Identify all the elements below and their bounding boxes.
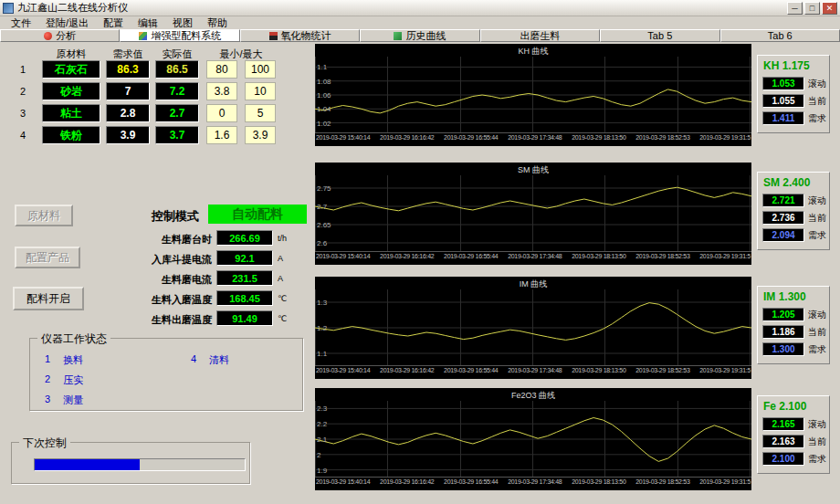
param-label: 入库斗提电流: [96, 253, 212, 267]
chart-plot-area: 1.31.21.1: [315, 289, 751, 366]
rolling-value: 1.205: [762, 308, 804, 321]
menu-config[interactable]: 配置: [96, 16, 131, 30]
param-label: 生料出磨温度: [96, 313, 212, 327]
x-axis-label: 2019-03-29 16:55:44: [444, 367, 498, 377]
x-axis-label: 2019-03-29 16:16:42: [380, 253, 434, 263]
chart-block-kh: KH 曲线 1.11.081.061.041.02 2019-03-29 15:…: [315, 44, 751, 146]
menu-file[interactable]: 文件: [4, 16, 38, 30]
material-demand-value[interactable]: 3.9: [106, 126, 150, 144]
material-max[interactable]: 5: [245, 104, 276, 122]
panel-row: 2.736 当前: [762, 211, 829, 225]
tab-oxide-stats[interactable]: 氧化物统计: [240, 29, 360, 42]
param-label: 生料磨电流: [96, 273, 212, 287]
tab-6[interactable]: Tab 6: [720, 29, 840, 42]
material-name: 铁粉: [42, 126, 100, 144]
menu-view[interactable]: 视图: [165, 16, 200, 30]
param-row-elevator-current: 入库斗提电流 92.1 A: [0, 250, 315, 267]
material-min[interactable]: 0: [206, 104, 237, 122]
x-axis-label: 2019-03-29 19:31:5: [699, 367, 751, 377]
x-axis: 2019-03-29 15:40:142019-03-29 16:16:4220…: [315, 252, 751, 263]
material-demand-value[interactable]: 86.3: [106, 60, 150, 79]
minimize-button[interactable]: ─: [787, 2, 803, 15]
tab-5[interactable]: Tab 5: [600, 29, 719, 42]
material-row-clay: 3 粘土 2.8 2.7 0 5: [0, 104, 310, 122]
tab-analysis[interactable]: 分析: [0, 29, 120, 42]
material-max[interactable]: 3.9: [245, 126, 276, 144]
oxide-stats-icon: [269, 32, 278, 40]
param-row-inlet-temp: 生料入磨温度 168.45 ℃: [0, 290, 315, 307]
material-min[interactable]: 3.8: [206, 82, 237, 100]
tab-label: Tab 5: [647, 30, 672, 41]
rolling-value: 2.721: [762, 194, 804, 207]
kh-value-panel: KH 1.175 1.053 滚动 1.055 当前 1.411 需求: [757, 55, 830, 133]
param-row-mill-current: 生料磨电流 231.5 A: [0, 270, 315, 287]
x-axis-label: 2019-03-29 16:55:44: [444, 253, 498, 263]
status-label: 清料: [209, 353, 229, 367]
panel-title: SM 2.400: [763, 176, 829, 189]
current-value: 1.055: [762, 94, 804, 108]
demand-label: 需求: [808, 112, 826, 125]
material-max[interactable]: 100: [245, 60, 276, 79]
status-label: 压实: [63, 373, 83, 387]
tab-history-curve[interactable]: 历史曲线: [360, 29, 479, 42]
material-max[interactable]: 10: [245, 82, 276, 100]
demand-value: 1.300: [762, 342, 804, 356]
current-value: 2.163: [762, 435, 804, 448]
x-axis-label: 2019-03-29 18:52:53: [635, 478, 689, 488]
material-row-iron-powder: 4 铁粉 3.9 3.7 1.6 3.9: [0, 126, 310, 144]
panel-row: 2.094 需求: [762, 228, 829, 242]
instrument-status-group: 仪器工作状态 1 换料 2 压实 3 测量 4 清料: [29, 338, 303, 411]
current-label: 当前: [808, 212, 826, 225]
chart-block-sm: SM 曲线 2.752.72.652.6 2019-03-29 15:40:14…: [315, 163, 751, 265]
current-value: 2.736: [762, 211, 804, 225]
param-row-mill-rate: 生料磨台时 266.69 t/h: [0, 230, 315, 247]
raw-material-button[interactable]: 原材料: [15, 205, 73, 226]
row-index: 4: [20, 130, 26, 141]
tab-mill-outlet-meal[interactable]: 出磨生料: [480, 29, 600, 42]
param-value: 168.45: [216, 290, 273, 306]
menu-edit[interactable]: 编辑: [131, 16, 165, 30]
x-axis: 2019-03-29 15:40:142019-03-29 16:16:4220…: [315, 366, 751, 377]
param-row-outlet-temp: 生料出磨温度 91.49 ℃: [0, 310, 315, 327]
demand-label: 需求: [808, 229, 826, 242]
row-index: 1: [20, 64, 26, 75]
x-axis-label: 2019-03-29 17:34:48: [508, 478, 562, 488]
material-row-limestone: 1 石灰石 86.3 86.5 80 100: [0, 60, 310, 79]
material-min[interactable]: 80: [206, 60, 237, 79]
panel-row: 1.411 需求: [762, 111, 829, 125]
demand-value: 2.100: [762, 452, 804, 466]
material-demand-value[interactable]: 2.8: [106, 104, 150, 122]
maximize-button[interactable]: □: [804, 2, 820, 15]
status-item-measure: 3 测量: [45, 394, 83, 407]
x-axis-label: 2019-03-29 16:16:42: [380, 134, 434, 144]
tab-label: 出磨生料: [520, 29, 560, 42]
material-row-sandstone: 2 砂岩 7 7.2 3.8 10: [0, 82, 310, 100]
next-control-progress-bar: [34, 458, 246, 471]
chart-title: SM 曲线: [315, 163, 751, 175]
material-min[interactable]: 1.6: [206, 126, 237, 144]
menu-login-logout[interactable]: 登陆/退出: [38, 16, 96, 30]
tab-enhanced-batching[interactable]: 增强型配料系统: [120, 29, 239, 42]
panel-row: 2.165 滚动: [762, 417, 829, 431]
close-button[interactable]: ✕: [822, 2, 837, 15]
material-demand-value[interactable]: 7: [106, 82, 150, 100]
panel-row: 1.300 需求: [762, 342, 829, 356]
material-actual-value: 3.7: [155, 126, 199, 144]
demand-value: 2.094: [762, 228, 804, 242]
current-value: 1.186: [762, 325, 804, 339]
next-control-group: 下次控制: [11, 442, 250, 484]
x-axis-label: 2019-03-29 15:40:14: [316, 134, 370, 144]
tab-label: Tab 6: [768, 30, 793, 41]
menu-help[interactable]: 帮助: [200, 16, 235, 30]
x-axis-label: 2019-03-29 19:31:5: [699, 134, 751, 144]
demand-label: 需求: [808, 343, 826, 356]
row-index: 3: [20, 108, 26, 119]
status-item-change-sample: 1 换料: [45, 353, 83, 367]
fe-value-panel: Fe 2.100 2.165 滚动 2.163 当前 2.100 需求: [757, 395, 830, 474]
window-title: 九江鑫山二线在线分析仪: [17, 1, 785, 15]
panel-row: 2.100 需求: [762, 452, 829, 466]
panel-row: 2.721 滚动: [762, 194, 829, 207]
param-label: 生料磨台时: [96, 233, 212, 247]
analysis-icon: [44, 32, 52, 40]
panel-title: Fe 2.100: [763, 400, 829, 413]
